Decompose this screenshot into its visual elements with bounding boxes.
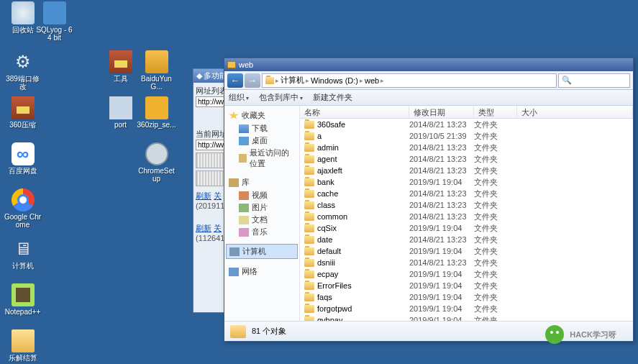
desktop-icon-baiduyun[interactable]: BaiduYunG... — [137, 50, 176, 91]
computer-header[interactable]: 计算机 — [226, 244, 298, 259]
port-icon — [109, 96, 132, 119]
desktop-icon-notepadpp[interactable]: Notepad++ — [3, 283, 42, 316]
nav-documents[interactable]: 文档 — [226, 214, 298, 226]
nav-desktop[interactable]: 桌面 — [226, 135, 298, 147]
folder-icon — [304, 155, 314, 163]
file-date: 2014/8/21 13:23 — [409, 143, 474, 152]
desktop-icon-tools[interactable]: 工具 — [101, 50, 140, 83]
folder-icon — [304, 201, 314, 209]
folder-icon — [304, 224, 314, 232]
icon-label: 360压缩 — [3, 121, 42, 129]
col-date[interactable]: 修改日期 — [409, 106, 474, 118]
desktop-icon-360zip-se[interactable]: 360zip_se... — [137, 96, 176, 129]
file-row[interactable]: bank2019/9/1 19:04文件夹 — [300, 176, 633, 188]
port-fix-icon: ⚙ — [12, 50, 35, 73]
file-row[interactable]: cache2014/8/21 13:23文件夹 — [300, 188, 633, 199]
icon-label: 389端口修改 — [3, 75, 42, 91]
baidu-disk-icon: ∞ — [12, 142, 35, 165]
file-row[interactable]: date2014/8/21 13:23文件夹 — [300, 234, 633, 245]
include-library-button[interactable]: 包含到库中 — [259, 92, 303, 103]
explorer-window: web ← → ▸ 计算机 ▸ Windows (D:) ▸ web ▸ 🔍 组… — [224, 58, 634, 342]
breadcrumb-item[interactable]: Windows (D:) — [311, 76, 358, 85]
file-row[interactable]: class2014/8/21 13:23文件夹 — [300, 199, 633, 211]
breadcrumb-item[interactable]: 计算机 — [281, 75, 304, 86]
network-header[interactable]: 网络 — [226, 265, 298, 278]
desktop-icon-chrome-setup[interactable]: ChromeSetup — [137, 142, 176, 183]
file-name: gybpay — [317, 316, 342, 321]
file-row[interactable]: agent2014/8/21 13:23文件夹 — [300, 153, 633, 165]
nav-pictures[interactable]: 图片 — [226, 201, 298, 214]
file-row[interactable]: faqs2019/9/1 19:04文件夹 — [300, 291, 633, 303]
file-list[interactable]: 360safe2014/8/21 13:23文件夹a2019/10/5 21:3… — [300, 119, 633, 321]
breadcrumb-item[interactable]: web — [365, 76, 379, 85]
desktop-icon-lejie[interactable]: 乐解结算 — [3, 329, 42, 362]
refresh-link[interactable]: 刷新 — [196, 191, 211, 201]
file-type: 文件夹 — [474, 177, 517, 188]
desktop-icon-baidu-disk[interactable]: ∞百度网盘 — [3, 142, 42, 175]
file-row[interactable]: gybpay2019/9/1 19:04文件夹 — [300, 314, 633, 321]
file-type: 文件夹 — [474, 200, 517, 211]
file-date: 2014/8/21 13:23 — [409, 258, 474, 267]
file-type: 文件夹 — [474, 292, 517, 303]
desktop-icon-port[interactable]: port — [101, 96, 140, 129]
libraries-header[interactable]: 库 — [226, 176, 298, 189]
icon-label: Notepad++ — [3, 308, 42, 316]
desktop-icon-computer[interactable]: 🖥计算机 — [3, 237, 42, 270]
favorites-header[interactable]: 收藏夹 — [226, 109, 298, 122]
nav-music[interactable]: 音乐 — [226, 226, 298, 238]
file-date: 2019/9/1 19:04 — [409, 293, 474, 301]
file-row[interactable]: a2019/10/5 21:39文件夹 — [300, 130, 633, 142]
file-row[interactable]: admin2014/8/21 13:23文件夹 — [300, 142, 633, 153]
file-row[interactable]: default2019/9/1 19:04文件夹 — [300, 245, 633, 257]
file-name: bank — [317, 178, 334, 186]
file-type: 文件夹 — [474, 211, 517, 222]
back-button[interactable]: ← — [227, 73, 243, 88]
file-row[interactable]: forgotpwd2019/9/1 19:04文件夹 — [300, 303, 633, 314]
icon-label: SQLyog - 64 bit — [35, 26, 74, 42]
close-link-2[interactable]: 关 — [214, 223, 222, 234]
file-row[interactable]: common2014/8/21 13:23文件夹 — [300, 211, 633, 222]
col-size[interactable]: 大小 — [517, 106, 633, 118]
window-titlebar[interactable]: web — [224, 58, 633, 71]
col-name[interactable]: 名称 — [300, 106, 409, 118]
file-row[interactable]: 360safe2014/8/21 13:23文件夹 — [300, 119, 633, 130]
forward-button[interactable]: → — [245, 73, 260, 88]
file-type: 文件夹 — [474, 131, 517, 142]
file-name: cqSix — [317, 224, 337, 232]
organize-button[interactable]: 组织 — [229, 92, 249, 103]
file-row[interactable]: ecpay2019/9/1 19:04文件夹 — [300, 268, 633, 280]
file-type: 文件夹 — [474, 269, 517, 280]
nav-video[interactable]: 视频 — [226, 189, 298, 201]
file-row[interactable]: cqSix2019/9/1 19:04文件夹 — [300, 222, 633, 234]
folder-icon — [304, 121, 314, 129]
folder-icon — [304, 213, 314, 221]
close-link[interactable]: 关 — [214, 191, 222, 201]
file-date: 2019/9/1 19:04 — [409, 316, 474, 321]
file-row[interactable]: ajaxleft2014/8/21 13:23文件夹 — [300, 165, 633, 176]
desktop-icon-sqlyog[interactable]: SQLyog - 64 bit — [35, 1, 74, 42]
desktop-icon-chrome[interactable]: Google Chrome — [3, 188, 42, 229]
col-type[interactable]: 类型 — [474, 106, 517, 118]
file-date: 2019/9/1 19:04 — [409, 304, 474, 313]
folder-icon — [304, 167, 314, 175]
refresh-link-2[interactable]: 刷新 — [196, 223, 211, 234]
file-name: a — [317, 132, 322, 140]
status-text: 81 个对象 — [252, 326, 286, 337]
chrome-setup-icon — [145, 142, 168, 165]
file-type: 文件夹 — [474, 281, 517, 291]
new-folder-button[interactable]: 新建文件夹 — [313, 92, 352, 103]
file-row[interactable]: dsniii2014/8/21 13:23文件夹 — [300, 257, 633, 268]
desktop-icon-port-fix[interactable]: ⚙389端口修改 — [3, 50, 42, 91]
icon-label: BaiduYunG... — [137, 75, 176, 91]
nav-recent[interactable]: 最近访问的位置 — [226, 147, 298, 170]
file-type: 文件夹 — [474, 304, 517, 314]
search-input[interactable]: 🔍 — [558, 73, 630, 88]
file-date: 2019/9/1 19:04 — [409, 178, 474, 186]
file-row[interactable]: ErrorFiles2019/9/1 19:04文件夹 — [300, 280, 633, 291]
address-bar: ← → ▸ 计算机 ▸ Windows (D:) ▸ web ▸ 🔍 — [224, 71, 633, 90]
file-date: 2014/8/21 13:23 — [409, 120, 474, 129]
desktop-icon-360zip[interactable]: 360压缩 — [3, 96, 42, 129]
breadcrumb[interactable]: ▸ 计算机 ▸ Windows (D:) ▸ web ▸ — [262, 73, 557, 88]
nav-downloads[interactable]: 下载 — [226, 122, 298, 135]
file-name: default — [317, 247, 341, 255]
